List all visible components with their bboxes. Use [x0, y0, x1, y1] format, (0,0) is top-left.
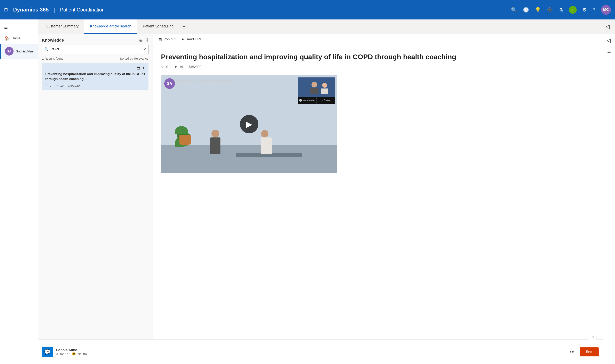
video-title-overlay: Preventing hospitalization and improvi..…: [177, 79, 235, 83]
article-send-icon[interactable]: ➤: [142, 65, 145, 70]
main-layout: ☰ 🏠 Home SA Sophia Adne Customer Summary…: [0, 19, 615, 364]
knowledge-search-input[interactable]: [49, 47, 143, 52]
top-navigation: ⊞ Dynamics 365 | Patient Coordination 🔍 …: [0, 0, 615, 19]
plus-icon[interactable]: ➕: [547, 7, 553, 13]
session-contact-name: Sophia Adne: [56, 348, 565, 352]
session-time: 00:02:57 | 🙂 Neutral: [56, 352, 565, 356]
session-actions: ••• End: [568, 347, 599, 356]
home-icon: 🏠: [4, 36, 9, 41]
share-button[interactable]: ↗ Share: [317, 97, 335, 104]
watch-later-button[interactable]: 🕐 Watch later: [298, 97, 317, 104]
hamburger-menu[interactable]: ☰: [0, 22, 38, 33]
add-tab-button[interactable]: +: [179, 22, 189, 32]
app-title: Dynamics 365: [13, 7, 49, 13]
module-title: Patient Coordination: [60, 7, 105, 13]
clock-small-icon: 🕐: [299, 99, 302, 102]
tabs-bar: Customer Summary Knowledge article searc…: [38, 19, 615, 34]
sentiment-label: Neutral: [78, 352, 87, 356]
popout-icon: ⬒: [159, 37, 162, 41]
star-icon: ☆: [45, 84, 48, 87]
play-button[interactable]: ▶: [240, 115, 258, 133]
collapse-panel-button[interactable]: ◁|: [603, 22, 613, 32]
user-name-label: Sophia Adne: [16, 50, 33, 53]
popout-label: Pop out: [164, 37, 176, 41]
user-initials-avatar: SA: [5, 47, 14, 55]
popout-button[interactable]: ⬒ Pop out: [159, 37, 176, 41]
tab-patient-scheduling[interactable]: Patient Scheduling: [137, 19, 179, 34]
svg-rect-4: [321, 89, 328, 94]
article-date: 7/6/2020: [68, 84, 80, 87]
sentiment-icon: 🙂: [72, 352, 76, 356]
svg-point-3: [322, 83, 327, 88]
settings-icon[interactable]: ⚙: [582, 7, 587, 13]
filter-icon[interactable]: ⊜: [139, 38, 143, 43]
waffle-menu-icon[interactable]: ⊞: [4, 7, 8, 13]
check-circle-icon[interactable]: ✓: [569, 6, 577, 14]
knowledge-panel-title: Knowledge: [42, 38, 137, 43]
article-views: 19: [60, 84, 64, 87]
article-detail-content: Preventing hospitalization and improving…: [153, 45, 603, 364]
results-info: 1 Results found Sorted by Relevance: [38, 57, 152, 63]
send-url-button[interactable]: ➤ Send URL: [181, 37, 202, 41]
knowledge-search-box[interactable]: 🔍 ✕: [42, 45, 149, 54]
article-card-title: Preventing hospitalization and improving…: [45, 72, 145, 81]
right-sidebar: ◁| ☰: [603, 34, 615, 364]
session-info: Sophia Adne 00:02:57 | 🙂 Neutral: [56, 348, 565, 356]
search-icon[interactable]: 🔍: [511, 7, 517, 13]
article-detail-title: Preventing hospitalization and improving…: [161, 52, 594, 61]
article-detail-panel: ⬒ Pop out ➤ Send URL Preventing hospital…: [153, 34, 603, 364]
video-sa-avatar: SA: [164, 78, 175, 89]
tab-knowledge-article-search[interactable]: Knowledge article search: [84, 19, 137, 34]
video-overlay-box: 🕐 Watch later ↗ Share: [298, 78, 335, 104]
session-expand-button[interactable]: □: [589, 335, 597, 340]
article-action-icons: ⬒ ➤: [45, 65, 145, 70]
article-popout-icon[interactable]: ⬒: [137, 65, 140, 70]
sidebar-item-home[interactable]: 🏠 Home: [0, 33, 38, 44]
article-card[interactable]: ⬒ ➤ Preventing hospitalization and impro…: [42, 63, 149, 90]
nav-separator: |: [54, 7, 55, 13]
end-session-button[interactable]: End: [580, 347, 599, 356]
detail-eye-icon: 👁: [174, 65, 177, 69]
knowledge-panel: Knowledge ⊜ ⇅ 🔍 ✕ 1 Results found Sorted…: [38, 34, 153, 364]
article-stars: 0: [50, 84, 51, 87]
send-url-label: Send URL: [186, 37, 202, 41]
more-options-button[interactable]: •••: [568, 348, 576, 356]
split-content: Knowledge ⊜ ⇅ 🔍 ✕ 1 Results found Sorted…: [38, 34, 615, 364]
clock-icon[interactable]: 🕐: [523, 7, 529, 13]
sidebar-home-label: Home: [12, 37, 21, 40]
send-url-icon: ➤: [181, 37, 184, 41]
sort-label: Sorted by Relevance: [120, 57, 149, 60]
lightbulb-icon[interactable]: 💡: [535, 7, 541, 13]
svg-rect-2: [310, 88, 318, 94]
session-duration: 00:02:57: [56, 352, 68, 356]
search-box-icon: 🔍: [44, 47, 49, 52]
list-view-button[interactable]: ☰: [604, 48, 614, 57]
doctor-figure: [261, 130, 272, 154]
video-player[interactable]: SA Preventing hospitalization and improv…: [161, 75, 337, 173]
svg-point-1: [312, 82, 317, 88]
session-bar: □ 💬 Sophia Adne 00:02:57 | 🙂 Neutral •••…: [38, 339, 603, 364]
article-detail-meta: ☆ 0 · 👁 19 · 7/6/2020: [161, 65, 594, 69]
sidebar: ☰ 🏠 Home SA Sophia Adne: [0, 19, 38, 364]
eye-icon: 👁: [55, 84, 59, 87]
help-icon[interactable]: ?: [593, 7, 595, 13]
clear-search-icon[interactable]: ✕: [143, 47, 146, 52]
user-card[interactable]: SA Sophia Adne: [0, 44, 38, 59]
tab-customer-summary[interactable]: Customer Summary: [40, 19, 84, 34]
results-count: 1 Results found: [42, 57, 63, 60]
knowledge-panel-header: Knowledge ⊜ ⇅: [38, 34, 152, 45]
user-avatar[interactable]: MC: [601, 5, 611, 15]
article-detail-toolbar: ⬒ Pop out ➤ Send URL: [153, 34, 603, 45]
nav-icons-group: 🔍 🕐 💡 ➕ ⚗ ✓ ⚙ ? MC: [511, 5, 611, 15]
scene-floor: [161, 145, 337, 173]
detail-stars: 0: [166, 65, 168, 69]
article-card-meta: ☆ 0 · 👁 19 · 7/6/2020: [45, 84, 145, 87]
funnel-icon[interactable]: ⚗: [559, 7, 563, 13]
video-thumbnail-preview: [298, 78, 335, 97]
detail-views: 19: [179, 65, 183, 69]
video-overlay-controls: 🕐 Watch later ↗ Share: [298, 97, 335, 104]
sort-icon[interactable]: ⇅: [145, 38, 149, 43]
collapse-right-button[interactable]: ◁|: [604, 36, 614, 45]
patient-figure: [210, 130, 220, 154]
share-icon: ↗: [321, 99, 323, 102]
